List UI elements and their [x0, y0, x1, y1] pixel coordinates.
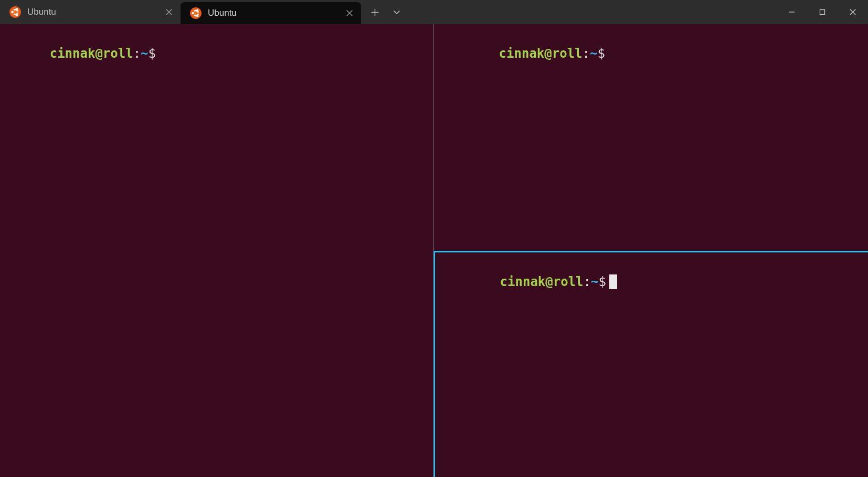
prompt-path: ~ [590, 46, 597, 61]
tab-ubuntu-2[interactable]: Ubuntu [181, 2, 361, 24]
tab-dropdown-button[interactable] [386, 0, 407, 24]
prompt-path: ~ [591, 274, 598, 289]
ubuntu-icon [9, 6, 21, 18]
prompt-sigil: $ [597, 46, 605, 61]
tab-actions [361, 0, 407, 24]
minimize-icon [788, 8, 796, 16]
prompt-userhost: cinnak@roll [500, 274, 584, 289]
prompt-sigil: $ [149, 46, 156, 61]
prompt-line: cinnak@roll:~$ [439, 257, 864, 308]
tab-close-button[interactable] [163, 6, 175, 18]
minimize-button[interactable] [777, 0, 807, 24]
close-window-button[interactable] [838, 0, 868, 24]
terminal-cursor [609, 274, 617, 289]
maximize-icon [819, 8, 826, 16]
prompt-path: ~ [141, 46, 148, 61]
new-tab-button[interactable] [364, 0, 385, 24]
prompt-userhost: cinnak@roll [50, 46, 133, 61]
svg-rect-6 [820, 10, 825, 15]
tab-close-button[interactable] [343, 7, 356, 19]
tab-label: Ubuntu [27, 7, 156, 17]
plus-icon [371, 8, 379, 16]
terminal-pane-right-bottom[interactable]: cinnak@roll:~$ [433, 251, 868, 478]
chevron-down-icon [393, 8, 401, 16]
titlebar: Ubuntu Ubuntu [0, 0, 868, 24]
close-icon [346, 10, 353, 16]
ubuntu-icon [190, 7, 202, 19]
prompt-userhost: cinnak@roll [499, 46, 583, 61]
close-icon [849, 8, 856, 16]
terminal-pane-left[interactable]: cinnak@roll:~$ [0, 24, 434, 477]
tab-label: Ubuntu [208, 8, 337, 18]
window-controls [777, 0, 868, 24]
prompt-separator: : [583, 46, 590, 61]
terminal-pane-right-top[interactable]: cinnak@roll:~$ [434, 24, 868, 251]
prompt-separator: : [133, 46, 141, 61]
tab-ubuntu-1[interactable]: Ubuntu [0, 0, 181, 24]
terminal-right-column: cinnak@roll:~$ cinnak@roll:~$ [434, 24, 868, 477]
close-icon [166, 9, 172, 15]
prompt-separator: : [584, 274, 591, 289]
terminal-workspace: cinnak@roll:~$ cinnak@roll:~$ cinnak@rol… [0, 24, 868, 477]
prompt-sigil: $ [598, 274, 606, 289]
prompt-line: cinnak@roll:~$ [438, 28, 864, 79]
prompt-line: cinnak@roll:~$ [4, 28, 429, 79]
tab-list: Ubuntu Ubuntu [0, 0, 361, 24]
titlebar-drag-area[interactable] [407, 0, 777, 24]
maximize-button[interactable] [807, 0, 838, 24]
